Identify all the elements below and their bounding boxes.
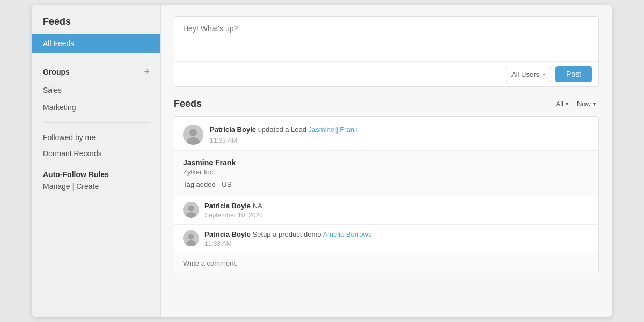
audience-label: All Users: [511, 70, 539, 78]
svg-point-7: [188, 234, 194, 240]
post-actions: All Users ▾ Post: [174, 61, 598, 86]
sidebar-item-followed-by-me[interactable]: Followed by me: [32, 129, 160, 145]
feed-item: Patricia Boyle updated a Lead Jasmine|||…: [174, 116, 599, 273]
sub-activity-user-1: Patricia Boyle: [204, 202, 251, 210]
sub-activity-avatar-1: [183, 202, 199, 218]
post-button[interactable]: Post: [555, 66, 592, 82]
sidebar: Feeds All Feeds Groups + Sales Marketing…: [32, 5, 161, 317]
post-textarea[interactable]: [174, 17, 598, 60]
feeds-title: Feeds: [174, 98, 202, 109]
sub-activity-meta-1: Patricia Boyle NA September 10, 2020: [204, 202, 590, 219]
sub-activity-user-2: Patricia Boyle: [204, 230, 251, 238]
app-container: Feeds All Feeds Groups + Sales Marketing…: [32, 5, 612, 317]
audience-dropdown-arrow: ▾: [543, 71, 545, 77]
sub-activity-2: Patricia Boyle Setup a product demo Amel…: [174, 224, 598, 253]
sub-activity-link-2[interactable]: Amelia Burrows: [323, 230, 371, 238]
sub-activity-time-2: 11:33 AM: [204, 240, 590, 247]
filter-all[interactable]: All ▾: [553, 98, 572, 110]
avatar: [183, 125, 203, 145]
feed-item-description: Patricia Boyle updated a Lead Jasmine|||…: [210, 125, 590, 135]
feed-user-name: Patricia Boyle: [210, 126, 256, 134]
auto-follow-links: Manage | Create: [43, 182, 150, 191]
feed-item-time: 11:33 AM: [210, 137, 590, 144]
sub-activity-value-1: NA: [253, 202, 262, 210]
sidebar-item-sales[interactable]: Sales: [32, 82, 160, 99]
post-box: All Users ▾ Post: [174, 16, 599, 87]
sidebar-groups-section: Groups + Sales Marketing: [32, 62, 160, 116]
sub-activity-time-1: September 10, 2020: [204, 211, 590, 219]
filter-all-arrow: ▾: [566, 101, 568, 107]
main-content: All Users ▾ Post Feeds All ▾ Now ▾: [161, 5, 612, 317]
feed-item-meta: Patricia Boyle updated a Lead Jasmine|||…: [210, 125, 590, 144]
filter-now[interactable]: Now ▾: [574, 98, 599, 110]
filter-now-label: Now: [577, 100, 591, 108]
sub-activity-description-1: Patricia Boyle NA: [204, 202, 590, 210]
feed-item-header: Patricia Boyle updated a Lead Jasmine|||…: [174, 117, 598, 150]
groups-label: Groups: [43, 68, 70, 76]
sidebar-item-all-feeds[interactable]: All Feeds: [32, 34, 160, 53]
auto-follow-manage-link[interactable]: Manage: [43, 182, 70, 191]
svg-point-1: [189, 129, 197, 136]
sidebar-item-dormant-records[interactable]: Dormant Records: [32, 145, 160, 162]
sub-activity-avatar-2: [183, 230, 199, 246]
comment-input[interactable]: [183, 259, 590, 267]
feed-action: updated a Lead: [258, 126, 309, 134]
svg-point-4: [188, 206, 194, 211]
add-group-icon[interactable]: +: [144, 66, 150, 77]
sub-activity-meta-2: Patricia Boyle Setup a product demo Amel…: [204, 230, 590, 247]
filter-all-label: All: [556, 100, 564, 108]
feed-card-name: Jasmine Frank: [183, 158, 590, 167]
sub-activity-action-text-2: Setup a product demo: [253, 230, 321, 238]
filter-now-arrow: ▾: [593, 101, 596, 107]
feed-card-tag: Tag added - US: [183, 180, 590, 188]
sidebar-groups-header: Groups +: [32, 62, 160, 82]
sidebar-title: Feeds: [32, 16, 160, 34]
feed-card-company: Zylker Inc.: [183, 168, 590, 176]
feed-lead-link[interactable]: Jasmine|||Frank: [309, 126, 358, 134]
auto-follow-create-link[interactable]: Create: [76, 182, 99, 191]
feeds-filters: All ▾ Now ▾: [553, 98, 599, 110]
auto-follow-title: Auto-Follow Rules: [43, 170, 150, 179]
audience-select[interactable]: All Users ▾: [506, 67, 551, 82]
sidebar-item-marketing[interactable]: Marketing: [32, 99, 160, 116]
feed-card: Jasmine Frank Zylker Inc. Tag added - US: [174, 150, 598, 196]
feeds-header: Feeds All ▾ Now ▾: [174, 98, 599, 110]
sub-activity-description-2: Patricia Boyle Setup a product demo Amel…: [204, 230, 590, 238]
sub-activity-1: Patricia Boyle NA September 10, 2020: [174, 196, 598, 224]
auto-follow-separator: |: [72, 182, 75, 191]
comment-box: [174, 253, 598, 273]
sidebar-divider: [43, 122, 150, 123]
sidebar-auto-follow: Auto-Follow Rules Manage | Create: [32, 170, 160, 191]
